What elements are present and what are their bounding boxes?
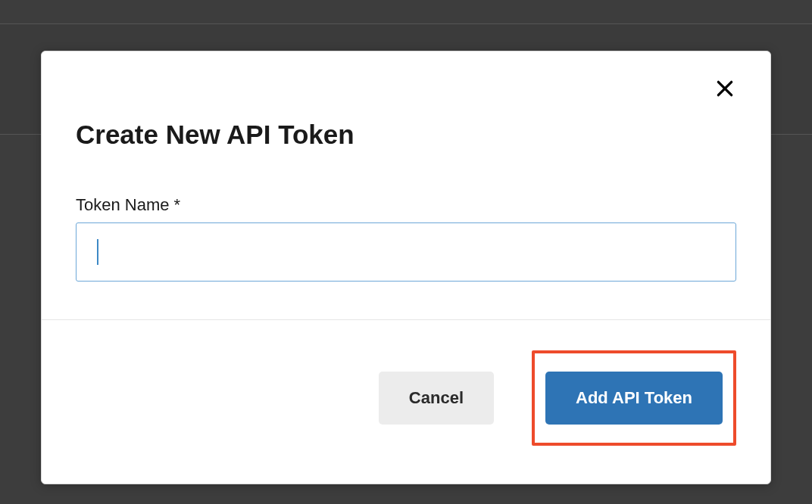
close-icon: [715, 79, 735, 101]
token-name-input[interactable]: [76, 222, 736, 282]
close-button[interactable]: [710, 74, 740, 104]
token-name-label: Token Name *: [76, 195, 736, 215]
add-api-token-button[interactable]: Add API Token: [545, 372, 723, 425]
cancel-button[interactable]: Cancel: [379, 372, 494, 425]
token-name-input-wrapper: [76, 222, 736, 282]
text-cursor: [97, 239, 98, 265]
submit-highlight-annotation: Add API Token: [532, 350, 736, 446]
modal-body: Token Name *: [42, 150, 770, 319]
modal-header: Create New API Token: [42, 51, 770, 150]
modal-title: Create New API Token: [76, 120, 736, 150]
background-top-bar: [0, 0, 812, 24]
modal-footer: Cancel Add API Token: [42, 319, 770, 484]
create-api-token-modal: Create New API Token Token Name * Cancel…: [41, 51, 771, 484]
